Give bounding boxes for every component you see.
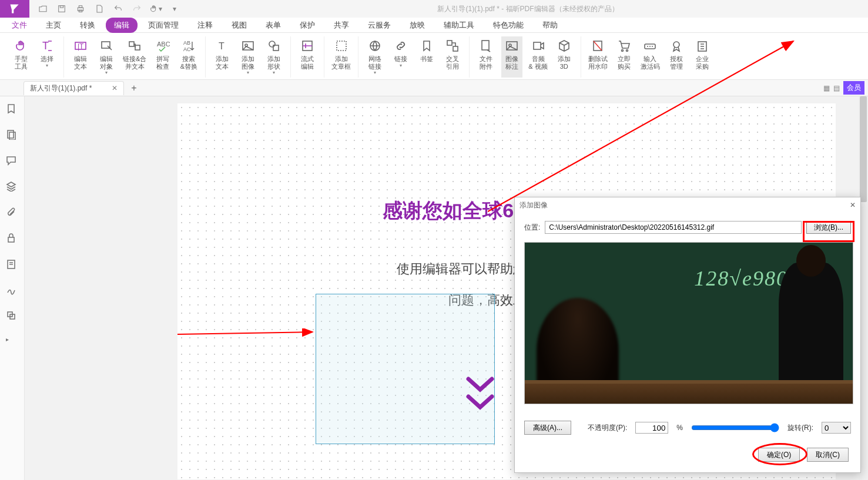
ribbon-web-link[interactable]: 网络 链接▾	[364, 36, 386, 78]
menu-pages[interactable]: 页面管理	[140, 18, 187, 33]
open-icon[interactable]	[36, 2, 49, 15]
qat-more-icon[interactable]: ▾	[168, 2, 181, 15]
annotation-highlight-ok	[752, 443, 807, 465]
attachments-panel-icon[interactable]	[6, 207, 19, 220]
chevron-down-decoration	[465, 376, 495, 411]
fields-panel-icon[interactable]	[6, 259, 19, 271]
ribbon-flow-edit[interactable]: 流式 编辑	[297, 36, 318, 78]
advanced-button[interactable]: 高级(A)...	[524, 421, 571, 435]
ribbon-spellcheck[interactable]: ABC拼写 检查	[152, 36, 173, 78]
svg-line-41	[488, 41, 793, 212]
ribbon-add-article[interactable]: 添加 文章框	[330, 36, 352, 78]
app-logo	[0, 0, 29, 18]
opacity-slider[interactable]	[691, 423, 779, 432]
undo-icon[interactable]	[112, 2, 125, 15]
ribbon-cross-ref[interactable]: 交叉 引用	[442, 36, 463, 78]
window-title: 新人引导(1)(1).pdf * - 福昕PDF编辑器（未经授权的产品）	[188, 4, 868, 14]
ribbon-add-text[interactable]: T添加 文本	[212, 36, 233, 78]
svg-rect-22	[447, 41, 452, 45]
new-tab-button[interactable]: +	[131, 83, 136, 93]
menu-help[interactable]: 帮助	[534, 18, 566, 33]
svg-text:AB: AB	[183, 40, 190, 46]
ribbon-edit-text[interactable]: |T编辑 文本	[70, 36, 91, 78]
ribbon-hand-tool[interactable]: 手型 工具	[11, 36, 32, 78]
menu-home[interactable]: 主页	[38, 18, 69, 33]
pages-panel-icon[interactable]	[6, 129, 19, 142]
document-tab[interactable]: 新人引导(1)(1).pdf * ✕	[24, 81, 124, 95]
scrollbar-thumb[interactable]	[860, 96, 867, 202]
expand-sidebar-icon[interactable]: ▸	[6, 336, 19, 349]
svg-rect-36	[8, 237, 14, 242]
menubar: 文件 主页 转换 编辑 页面管理 注释 视图 表单 保护 共享 云服务 放映 辅…	[0, 18, 868, 33]
menu-share[interactable]: 共享	[326, 18, 357, 33]
menu-protect[interactable]: 保护	[291, 18, 323, 33]
svg-rect-10	[135, 45, 140, 50]
left-sidebar: ▸	[0, 96, 25, 480]
annotation-arrow-left	[177, 328, 319, 340]
page-view-icon[interactable]: ▤	[833, 84, 840, 92]
bookmark-panel-icon[interactable]	[6, 103, 19, 116]
menu-form[interactable]: 表单	[257, 18, 289, 33]
grid-view-icon[interactable]: ▦	[823, 84, 830, 92]
ribbon-search-replace[interactable]: ABAC搜索 &替换	[178, 36, 199, 78]
comments-panel-icon[interactable]	[6, 155, 19, 168]
titlebar: ▾ ▾ 新人引导(1)(1).pdf * - 福昕PDF编辑器（未经授权的产品）	[0, 0, 868, 18]
redo-icon[interactable]	[130, 2, 143, 15]
quick-access-toolbar: ▾ ▾	[29, 2, 188, 15]
location-label: 位置:	[524, 223, 540, 233]
menu-comment[interactable]: 注释	[189, 18, 221, 33]
ribbon-bookmark[interactable]: 书签	[416, 36, 437, 78]
svg-rect-9	[129, 42, 134, 46]
menu-file[interactable]: 文件	[4, 18, 35, 33]
ribbon-edit-object[interactable]: 编辑 对象▾	[96, 36, 117, 78]
rotate-select[interactable]: 0	[822, 422, 851, 434]
menu-edit[interactable]: 编辑	[106, 18, 138, 33]
image-path-input[interactable]	[545, 221, 802, 234]
svg-point-17	[269, 41, 275, 47]
svg-text:|T: |T	[78, 42, 84, 51]
member-badge[interactable]: 会员	[843, 81, 864, 95]
svg-rect-34	[8, 130, 14, 138]
annotation-highlight-browse	[803, 221, 854, 242]
annotation-arrow-right	[488, 35, 805, 217]
ribbon-select[interactable]: T选择▾	[36, 36, 58, 78]
save-icon[interactable]	[55, 2, 68, 15]
tab-label: 新人引导(1)(1).pdf *	[30, 83, 92, 93]
layers-panel-icon[interactable]	[6, 181, 19, 194]
menu-cloud[interactable]: 云服务	[360, 18, 399, 33]
security-panel-icon[interactable]	[6, 233, 19, 246]
image-placement-box[interactable]	[316, 294, 495, 444]
svg-rect-35	[9, 132, 15, 140]
ribbon-link[interactable]: 链接▾	[390, 36, 411, 78]
menu-slideshow[interactable]: 放映	[401, 18, 433, 33]
menu-extras[interactable]: 特色功能	[485, 18, 532, 33]
menu-accessibility[interactable]: 辅助工具	[435, 18, 482, 33]
rotate-label: 旋转(R):	[787, 423, 813, 433]
svg-rect-20	[337, 41, 346, 51]
ribbon-add-shape[interactable]: 添加 形状▾	[263, 36, 284, 78]
svg-text:T: T	[42, 40, 49, 52]
hand-qat-icon[interactable]: ▾	[149, 2, 162, 15]
print-icon[interactable]	[74, 2, 87, 15]
svg-text:AC: AC	[183, 46, 191, 52]
svg-rect-23	[453, 46, 458, 51]
menu-view[interactable]: 视图	[223, 18, 255, 33]
svg-rect-0	[59, 6, 65, 12]
svg-rect-3	[79, 6, 82, 8]
add-image-dialog: 添加图像 ✕ 位置: 浏览(B)... 128√e980 高级(A)... 不透…	[514, 197, 861, 473]
new-icon[interactable]	[93, 2, 106, 15]
opacity-input[interactable]	[635, 422, 668, 434]
percent-label: %	[676, 424, 683, 432]
svg-text:ABC: ABC	[157, 41, 170, 48]
clip-panel-icon[interactable]	[6, 310, 19, 323]
svg-rect-1	[60, 6, 63, 8]
menu-convert[interactable]: 转换	[72, 18, 103, 33]
close-tab-icon[interactable]: ✕	[112, 84, 118, 92]
ribbon-link-merge-text[interactable]: 链接&合 并文本	[122, 36, 148, 78]
dialog-close-icon[interactable]: ✕	[850, 201, 856, 209]
cancel-button[interactable]: 取消(C)	[807, 448, 849, 462]
image-preview: 128√e980	[524, 242, 853, 404]
ribbon-add-image[interactable]: 添加 图像▾	[237, 36, 259, 78]
signature-panel-icon[interactable]	[6, 284, 19, 297]
preview-text: 128√e980	[694, 266, 788, 291]
